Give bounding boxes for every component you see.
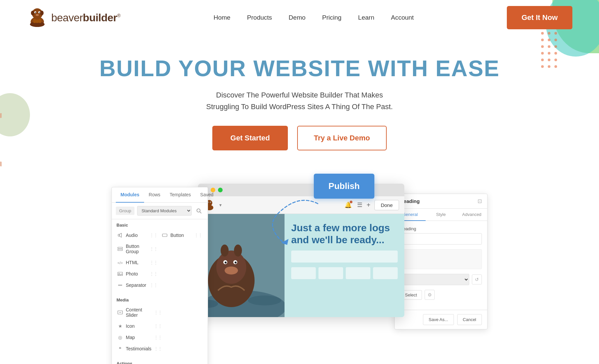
html-label: HTML <box>126 260 138 265</box>
nav-pricing[interactable]: Pricing <box>322 14 341 21</box>
html-icon: </> <box>117 260 123 266</box>
content-slider-drag: ⋮⋮ <box>154 310 162 315</box>
content-slider-icon <box>117 309 123 315</box>
tab-templates[interactable]: Templates <box>165 187 196 203</box>
get-started-button[interactable]: Get Started <box>212 126 288 150</box>
heading-panel-tabs: General Style Advanced <box>395 209 487 221</box>
svg-text:</>: </> <box>117 261 123 265</box>
module-empty-3 <box>160 268 204 279</box>
module-separator[interactable]: Separator ⋮⋮ <box>115 279 160 291</box>
photo-icon <box>117 271 123 277</box>
svg-rect-27 <box>36 20 39 23</box>
toolbar-chevron-icon[interactable]: ▾ <box>219 202 222 208</box>
heading-tab-style[interactable]: Style <box>426 209 457 221</box>
window-maximize-button[interactable] <box>218 188 223 192</box>
beaver-scene <box>198 214 288 317</box>
heading-cancel-button[interactable]: Cancel <box>457 314 482 325</box>
nav-demo[interactable]: Demo <box>289 14 305 21</box>
tab-saved[interactable]: Saved <box>196 187 218 203</box>
heading-tag-select[interactable] <box>400 274 469 285</box>
get-it-now-button[interactable]: Get It Now <box>507 6 572 29</box>
toolbar-done-button[interactable]: Done <box>374 200 399 210</box>
audio-drag-icon: ⋮⋮ <box>150 233 158 238</box>
module-empty-4 <box>160 279 204 291</box>
app-text-overlay: Just a few more logs and we'll be ready.… <box>285 214 404 317</box>
demo-area: Modules Rows Templates Saved Group Stand… <box>0 184 599 364</box>
html-drag-icon: ⋮⋮ <box>150 260 158 265</box>
publish-button-overlay[interactable]: Publish <box>314 174 374 199</box>
separator-label: Separator <box>126 282 146 288</box>
filter-group-label: Group <box>116 207 134 215</box>
try-live-demo-button[interactable]: Try a Live Demo <box>297 126 387 150</box>
icon-label: Icon <box>126 323 134 329</box>
module-photo[interactable]: Photo ⋮⋮ <box>115 268 160 279</box>
map-drag: ⋮⋮ <box>154 335 162 340</box>
audio-icon <box>117 232 123 238</box>
svg-point-61 <box>225 267 238 274</box>
search-icon[interactable] <box>194 206 204 216</box>
module-icon[interactable]: ★ Icon ⋮⋮ <box>115 320 164 332</box>
app-form-field-5[interactable] <box>373 267 398 279</box>
button-group-icon <box>117 246 123 252</box>
testimonials-label: Testimonials <box>126 346 151 351</box>
basic-modules-grid: Audio ⋮⋮ Button ⋮⋮ <box>115 230 204 291</box>
app-form-field-4[interactable] <box>346 267 370 279</box>
separator-drag-icon: ⋮⋮ <box>150 283 158 287</box>
separator-icon <box>117 282 123 288</box>
app-toolbar: ▾ 🔔 ☰ + Done <box>198 196 404 214</box>
svg-point-24 <box>39 12 40 13</box>
nav-learn[interactable]: Learn <box>358 14 374 21</box>
beaver-placeholder <box>198 214 288 317</box>
app-form-field-3[interactable] <box>318 267 343 279</box>
logo[interactable]: beaverbuilder® <box>27 7 120 28</box>
filter-select[interactable]: Standard Modules <box>137 206 192 216</box>
tab-modules[interactable]: Modules <box>116 187 144 203</box>
nav-products[interactable]: Products <box>247 14 272 21</box>
beaver-image <box>198 214 288 317</box>
svg-point-40 <box>119 273 120 274</box>
heading-field-label: Heading <box>400 226 482 231</box>
svg-point-60 <box>234 245 242 257</box>
header: beaverbuilder® Home Products Demo Pricin… <box>0 0 599 35</box>
nav-home[interactable]: Home <box>214 14 231 21</box>
testimonials-drag: ⋮⋮ <box>154 346 162 351</box>
section-actions-label: Actions <box>112 358 208 364</box>
app-form-field-1[interactable] <box>291 251 398 263</box>
toolbar-menu-icon[interactable]: ☰ <box>357 201 362 209</box>
svg-point-58 <box>235 262 237 264</box>
heading-field-input[interactable] <box>400 233 482 245</box>
heading-panel-close-icon[interactable]: ⊡ <box>478 198 482 204</box>
map-label: Map <box>126 335 135 340</box>
module-button[interactable]: Button ⋮⋮ <box>160 230 204 241</box>
heading-save-as-button[interactable]: Save As... <box>423 314 454 325</box>
center-section: Publish <box>198 184 404 317</box>
module-html[interactable]: </> HTML ⋮⋮ <box>115 257 160 268</box>
logo-text: beaverbuilder® <box>51 12 120 24</box>
testimonials-icon: ❝ <box>117 346 123 352</box>
heading-settings-icon[interactable]: ⚙ <box>425 290 435 300</box>
heading-reset-icon[interactable]: ↺ <box>472 274 482 284</box>
app-form-field-2[interactable] <box>291 267 316 279</box>
toolbar-notification-icon[interactable]: 🔔 <box>343 200 353 210</box>
module-button-group[interactable]: Button Group ⋮⋮ <box>115 241 160 257</box>
module-map[interactable]: ◎ Map ⋮⋮ <box>115 332 164 343</box>
module-empty-8 <box>164 343 204 354</box>
button-group-drag-icon: ⋮⋮ <box>150 247 158 251</box>
heading-tab-advanced[interactable]: Advanced <box>456 209 487 221</box>
app-content: Just a few more logs and we'll be ready.… <box>198 214 404 317</box>
media-modules-grid: Content Slider ⋮⋮ ★ Icon ⋮⋮ ◎ Map ⋮⋮ <box>115 304 204 354</box>
module-testimonials[interactable]: ❝ Testimonials ⋮⋮ <box>115 343 164 354</box>
module-content-slider[interactable]: Content Slider ⋮⋮ <box>115 304 164 320</box>
svg-rect-36 <box>118 247 122 249</box>
module-empty-7 <box>164 332 204 343</box>
demo-inner: Modules Rows Templates Saved Group Stand… <box>111 184 488 364</box>
button-label: Button <box>170 233 184 238</box>
icon-drag: ⋮⋮ <box>154 324 162 328</box>
svg-rect-35 <box>162 234 167 237</box>
tab-rows[interactable]: Rows <box>144 187 165 203</box>
toolbar-add-icon[interactable]: + <box>366 201 370 209</box>
modules-tabs: Modules Rows Templates Saved <box>112 187 208 203</box>
svg-marker-34 <box>119 233 121 237</box>
nav-account[interactable]: Account <box>391 14 414 21</box>
module-audio[interactable]: Audio ⋮⋮ <box>115 230 160 241</box>
